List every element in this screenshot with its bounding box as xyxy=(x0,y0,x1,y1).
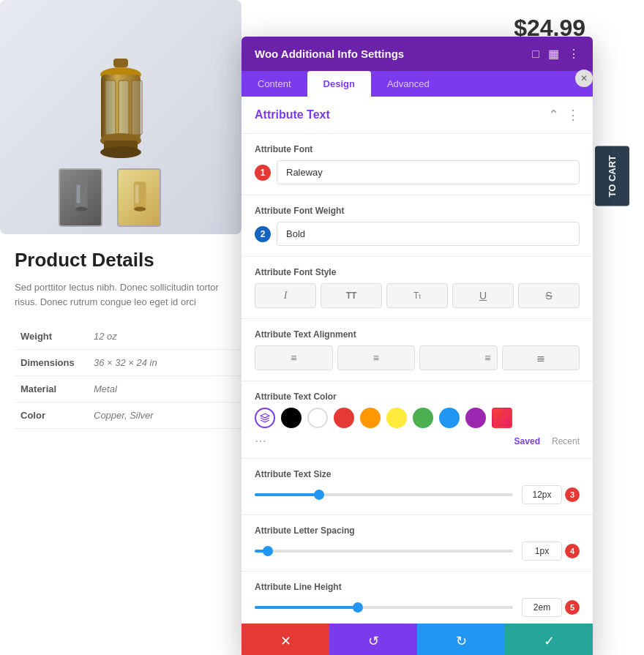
table-value: Copper, Silver xyxy=(88,403,242,429)
svg-point-11 xyxy=(75,207,87,212)
action-bar: ✕ ↺ ↻ ✓ xyxy=(242,624,593,655)
table-label: Dimensions xyxy=(15,350,88,376)
letter-spacing-slider-thumb[interactable] xyxy=(263,546,273,556)
table-value: Metal xyxy=(88,376,242,403)
panel-tabs: Content Design Advanced xyxy=(242,71,593,97)
columns-icon[interactable]: ▦ xyxy=(548,47,559,61)
attribute-letter-spacing-label: Attribute Letter Spacing xyxy=(255,525,580,536)
attribute-text-size-label: Attribute Text Size xyxy=(255,469,580,479)
thumbnail-1[interactable] xyxy=(59,168,102,227)
capitalize-button[interactable]: Tt xyxy=(386,283,448,308)
svg-rect-4 xyxy=(119,81,129,135)
font-style-buttons: I TT Tt U S xyxy=(255,283,580,308)
settings-panel: Woo Additional Info Settings □ ▦ ⋮ Conte… xyxy=(242,37,593,655)
text-size-input[interactable] xyxy=(522,485,562,504)
align-left-button[interactable]: ≡ xyxy=(255,345,333,370)
product-title: Product Details xyxy=(15,249,242,272)
line-height-input[interactable] xyxy=(522,598,562,617)
product-description: Sed porttitor lectus nibh. Donec sollici… xyxy=(15,280,242,309)
strikethrough-button[interactable]: S xyxy=(518,283,580,308)
table-label: Color xyxy=(15,403,88,429)
attribute-font-select-row: 1 Raleway xyxy=(255,160,580,184)
table-row: Weight 12 oz xyxy=(15,323,242,350)
letter-spacing-input[interactable] xyxy=(522,542,562,561)
reset-button[interactable]: ↺ xyxy=(329,624,417,655)
line-height-slider-track[interactable] xyxy=(255,606,513,609)
attribute-font-weight-select-row: 2 Bold xyxy=(255,222,580,246)
color-swatch-red[interactable] xyxy=(334,408,354,428)
attribute-text-alignment-label: Attribute Text Alignment xyxy=(255,329,580,340)
product-thumbnails xyxy=(59,168,161,227)
badge-4: 4 xyxy=(565,544,580,558)
product-details-section: Product Details Sed porttitor lectus nib… xyxy=(15,249,242,429)
color-swatches xyxy=(255,408,580,428)
section-more-icon[interactable]: ⋮ xyxy=(566,107,580,123)
table-row: Color Copper, Silver xyxy=(15,403,242,429)
attribute-text-alignment-field: Attribute Text Alignment ≡ ≡ ≡ ≣ xyxy=(242,319,593,381)
color-swatch-yellow[interactable] xyxy=(386,408,407,428)
letter-spacing-slider-track[interactable] xyxy=(255,550,513,553)
alignment-buttons: ≡ ≡ ≡ ≣ xyxy=(255,345,580,370)
text-size-value-box: 3 xyxy=(522,485,580,504)
color-swatch-gradient[interactable] xyxy=(492,408,512,428)
tab-content[interactable]: Content xyxy=(242,71,307,97)
table-label: Weight xyxy=(15,323,88,350)
section-header: Attribute Text ⌃ ⋮ xyxy=(242,97,593,134)
panel-close-button[interactable]: ✕ xyxy=(575,70,593,87)
text-size-slider-track[interactable] xyxy=(255,493,513,496)
text-size-slider-thumb[interactable] xyxy=(314,490,324,500)
badge-3: 3 xyxy=(565,487,580,502)
product-main-image xyxy=(80,59,161,176)
panel-header: Woo Additional Info Settings □ ▦ ⋮ xyxy=(242,37,593,71)
svg-rect-3 xyxy=(105,81,116,135)
badge-2: 2 xyxy=(255,226,271,242)
svg-rect-13 xyxy=(135,185,138,203)
saved-colors-tab[interactable]: Saved xyxy=(514,436,540,446)
panel-body: Attribute Text ⌃ ⋮ Attribute Font 1 Rale… xyxy=(242,97,593,624)
section-title: Attribute Text xyxy=(255,108,330,121)
uppercase-button[interactable]: TT xyxy=(321,283,382,308)
color-swatch-white[interactable] xyxy=(307,408,328,428)
product-table: Weight 12 oz Dimensions 36 × 32 × 24 in … xyxy=(15,323,242,429)
color-swatch-orange[interactable] xyxy=(360,408,381,428)
more-options-icon[interactable]: ⋮ xyxy=(568,47,580,61)
svg-point-14 xyxy=(134,207,146,212)
align-justify-button[interactable]: ≣ xyxy=(502,345,580,370)
attribute-line-height-label: Attribute Line Height xyxy=(255,582,580,592)
attribute-text-size-field: Attribute Text Size 3 xyxy=(242,459,593,515)
attribute-text-color-label: Attribute Text Color xyxy=(255,392,580,402)
attribute-font-select[interactable]: Raleway xyxy=(277,160,580,184)
attribute-font-label: Attribute Font xyxy=(255,144,580,154)
tab-advanced[interactable]: Advanced xyxy=(371,71,446,97)
table-value: 12 oz xyxy=(88,323,242,350)
attribute-text-color-field: Attribute Text Color ⋯ xyxy=(242,381,593,459)
italic-button[interactable]: I xyxy=(255,283,316,308)
attribute-font-style-label: Attribute Font Style xyxy=(255,267,580,277)
svg-rect-5 xyxy=(132,81,142,135)
color-picker-button[interactable] xyxy=(255,408,275,428)
color-swatch-purple[interactable] xyxy=(465,408,486,428)
cancel-button[interactable]: ✕ xyxy=(242,624,329,655)
badge-1: 1 xyxy=(255,165,271,181)
recent-colors-tab[interactable]: Recent xyxy=(552,436,580,446)
redo-button[interactable]: ↻ xyxy=(417,624,505,655)
underline-button[interactable]: U xyxy=(452,283,514,308)
tab-design[interactable]: Design xyxy=(307,71,371,97)
badge-5: 5 xyxy=(565,600,580,615)
color-swatch-black[interactable] xyxy=(281,408,302,428)
fullscreen-icon[interactable]: □ xyxy=(532,48,539,61)
table-row: Dimensions 36 × 32 × 24 in xyxy=(15,350,242,376)
color-more-button[interactable]: ⋯ xyxy=(255,434,266,448)
align-right-button[interactable]: ≡ xyxy=(419,345,498,370)
table-value: 36 × 32 × 24 in xyxy=(88,350,242,376)
color-swatch-green[interactable] xyxy=(413,408,433,428)
align-center-button[interactable]: ≡ xyxy=(337,345,416,370)
attribute-font-weight-select[interactable]: Bold xyxy=(277,222,580,246)
attribute-font-field: Attribute Font 1 Raleway xyxy=(242,134,593,195)
collapse-icon[interactable]: ⌃ xyxy=(548,107,559,123)
confirm-button[interactable]: ✓ xyxy=(505,624,593,655)
thumbnail-2[interactable] xyxy=(117,168,161,227)
color-swatch-blue[interactable] xyxy=(439,408,460,428)
to-cart-button[interactable]: TO CART xyxy=(595,146,629,206)
line-height-slider-thumb[interactable] xyxy=(353,602,363,613)
